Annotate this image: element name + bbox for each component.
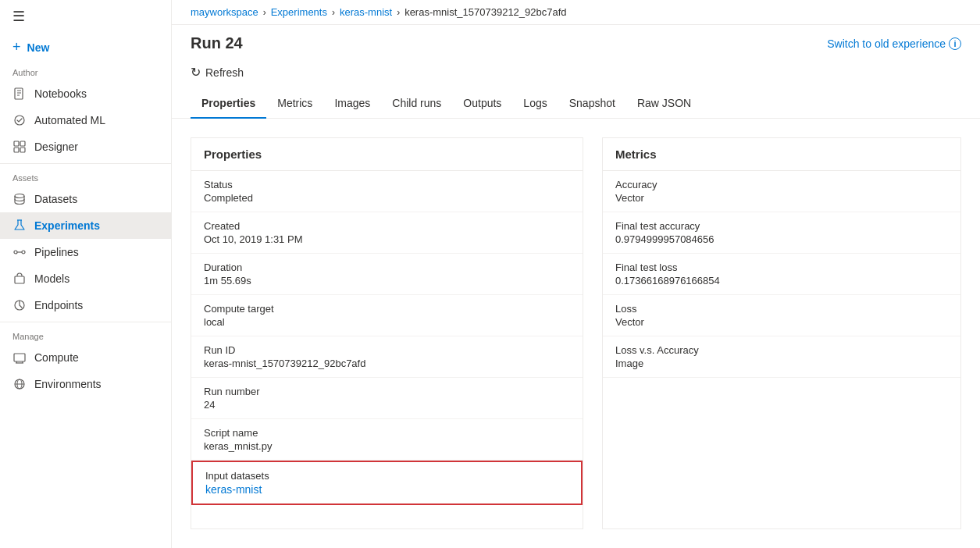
breadcrumb: mayworkspace › Experiments › keras-mnist…	[172, 0, 980, 25]
content-area: Properties Status Completed Created Oct …	[172, 119, 980, 548]
metric-label-loss-vs-accuracy: Loss v.s. Accuracy	[615, 344, 948, 356]
hamburger-icon: ☰	[12, 8, 25, 25]
sidebar-item-pipelines[interactable]: Pipelines	[0, 239, 171, 265]
metric-value-loss-vs-accuracy: Image	[615, 358, 948, 369]
prop-label-run-id: Run ID	[204, 344, 570, 356]
endpoints-label: Endpoints	[34, 299, 83, 311]
tab-logs[interactable]: Logs	[512, 89, 558, 119]
models-label: Models	[34, 272, 69, 285]
compute-label: Compute	[34, 351, 79, 364]
properties-panel: Properties Status Completed Created Oct …	[191, 137, 583, 529]
metrics-panel-title: Metrics	[603, 138, 960, 171]
svg-rect-5	[14, 141, 19, 146]
metric-row-loss-vs-accuracy: Loss v.s. Accuracy Image	[603, 336, 960, 378]
experiments-label: Experiments	[34, 219, 100, 232]
svg-point-11	[14, 251, 17, 254]
tab-properties[interactable]: Properties	[191, 89, 266, 119]
prop-row-script-name: Script name keras_mnist.py	[191, 419, 583, 461]
tab-outputs[interactable]: Outputs	[452, 89, 512, 119]
sidebar-item-notebooks[interactable]: Notebooks	[0, 80, 171, 107]
prop-label-script-name: Script name	[204, 427, 570, 439]
svg-rect-6	[20, 141, 25, 146]
main-content: mayworkspace › Experiments › keras-mnist…	[172, 0, 980, 548]
datasets-label: Datasets	[34, 193, 77, 205]
pipelines-label: Pipelines	[34, 246, 79, 258]
hamburger-button[interactable]: ☰	[0, 0, 171, 33]
section-author-label: Author	[0, 65, 171, 80]
svg-rect-14	[15, 276, 24, 283]
metric-value-loss: Vector	[615, 316, 948, 328]
plus-icon: +	[12, 39, 21, 55]
metric-row-accuracy: Accuracy Vector	[603, 171, 960, 212]
breadcrumb-sep-3: ›	[397, 7, 400, 18]
breadcrumb-sep-1: ›	[263, 7, 266, 18]
metric-value-final-test-accuracy: 0.9794999957084656	[615, 233, 948, 245]
svg-point-12	[22, 251, 25, 254]
sidebar-item-environments[interactable]: Environments	[0, 371, 171, 397]
metric-value-accuracy: Vector	[615, 192, 948, 204]
metric-label-loss: Loss	[615, 303, 948, 315]
input-dataset-link[interactable]: keras-mnist	[205, 483, 568, 496]
prop-label-duration: Duration	[204, 262, 570, 273]
breadcrumb-workspace[interactable]: mayworkspace	[191, 6, 258, 18]
info-icon: i	[949, 37, 961, 50]
designer-icon	[12, 140, 27, 154]
new-button[interactable]: + New	[0, 33, 171, 62]
breadcrumb-experiments[interactable]: Experiments	[271, 6, 327, 18]
automated-ml-icon	[12, 113, 27, 127]
refresh-icon: ↻	[191, 65, 201, 80]
switch-to-old-experience-button[interactable]: Switch to old experience i	[827, 37, 961, 50]
tab-metrics[interactable]: Metrics	[266, 89, 323, 119]
new-label: New	[27, 41, 50, 54]
svg-rect-7	[14, 148, 19, 152]
prop-value-status: Completed	[204, 192, 570, 204]
sidebar-item-endpoints[interactable]: Endpoints	[0, 292, 171, 318]
pipelines-icon	[12, 245, 27, 259]
experiments-icon	[12, 219, 27, 233]
svg-rect-0	[15, 88, 23, 99]
prop-value-run-id: keras-mnist_1570739212_92bc7afd	[204, 358, 570, 369]
tab-child-runs[interactable]: Child runs	[381, 89, 452, 119]
svg-point-4	[15, 116, 24, 125]
section-manage-label: Manage	[0, 329, 171, 344]
prop-value-script-name: keras_mnist.py	[204, 440, 570, 452]
prop-label-compute-target: Compute target	[204, 303, 570, 315]
svg-rect-16	[14, 354, 25, 361]
switch-link-label: Switch to old experience	[827, 37, 946, 50]
tab-images[interactable]: Images	[323, 89, 381, 119]
metric-label-final-test-accuracy: Final test accuracy	[615, 220, 948, 232]
sidebar-item-designer[interactable]: Designer	[0, 133, 171, 160]
sidebar-item-automated-ml[interactable]: Automated ML	[0, 107, 171, 133]
prop-value-compute-target: local	[204, 316, 570, 328]
sidebar-item-compute[interactable]: Compute	[0, 344, 171, 371]
tab-snapshot[interactable]: Snapshot	[558, 89, 626, 119]
datasets-icon	[12, 192, 27, 206]
breadcrumb-keras-mnist[interactable]: keras-mnist	[340, 6, 392, 18]
environments-icon	[12, 377, 27, 391]
sidebar: ☰ + New Author Notebooks Automated ML De…	[0, 0, 172, 548]
divider-assets	[0, 163, 171, 164]
svg-point-9	[15, 194, 24, 198]
compute-icon	[12, 351, 27, 365]
metric-row-final-test-accuracy: Final test accuracy 0.9794999957084656	[603, 212, 960, 254]
prop-row-run-id: Run ID keras-mnist_1570739212_92bc7afd	[191, 336, 583, 378]
metrics-panel: Metrics Accuracy Vector Final test accur…	[602, 137, 961, 529]
refresh-button[interactable]: ↻ Refresh	[191, 62, 244, 83]
breadcrumb-sep-2: ›	[332, 7, 335, 18]
metric-label-final-test-loss: Final test loss	[615, 262, 948, 273]
sidebar-item-models[interactable]: Models	[0, 265, 171, 292]
properties-panel-title: Properties	[191, 138, 583, 171]
tab-raw-json[interactable]: Raw JSON	[626, 89, 702, 119]
svg-rect-8	[20, 148, 25, 152]
prop-row-compute-target: Compute target local	[191, 295, 583, 336]
environments-label: Environments	[34, 378, 102, 390]
models-icon	[12, 272, 27, 286]
metric-value-final-test-loss: 0.17366168976166854	[615, 275, 948, 286]
notebooks-label: Notebooks	[34, 87, 87, 100]
sidebar-item-experiments[interactable]: Experiments	[0, 212, 171, 239]
sidebar-item-datasets[interactable]: Datasets	[0, 186, 171, 212]
prop-row-input-datasets: Input datasets keras-mnist	[191, 461, 583, 505]
metric-row-loss: Loss Vector	[603, 295, 960, 336]
section-assets-label: Assets	[0, 170, 171, 186]
prop-row-created: Created Oct 10, 2019 1:31 PM	[191, 212, 583, 254]
